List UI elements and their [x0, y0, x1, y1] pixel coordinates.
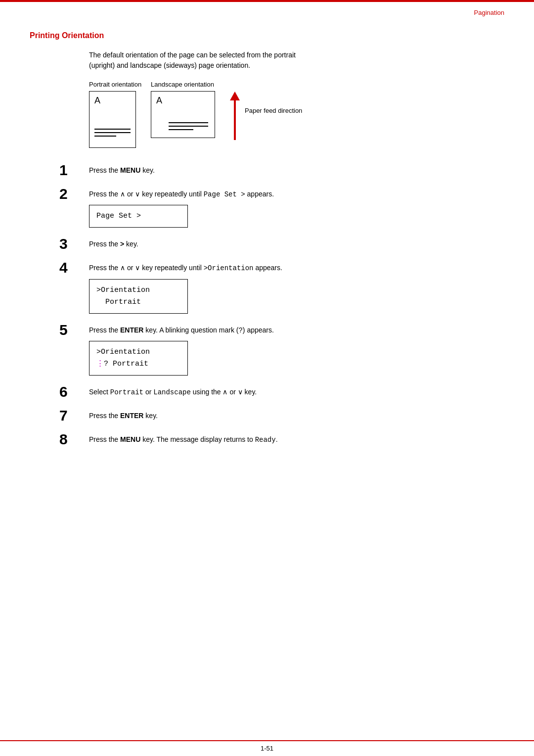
portrait-diagram-group: Portrait orientation A	[89, 81, 151, 148]
step-6-code1: Portrait	[110, 388, 143, 396]
intro-line1: The default orientation of the page can …	[89, 51, 296, 59]
step-4: 4 Press the ∧ or ∨ key repeatedly until …	[59, 260, 504, 313]
main-content: Printing Orientation The default orienta…	[0, 16, 534, 485]
step-3-bold: >	[120, 240, 124, 248]
portrait-line-3	[94, 136, 116, 137]
intro-text: The default orientation of the page can …	[89, 50, 504, 71]
step-5-code: ?	[238, 327, 242, 334]
header-pagination: Pagination	[474, 9, 504, 16]
step-2-code: Page Set >	[204, 190, 245, 198]
header: Pagination	[0, 0, 534, 16]
landscape-lines	[169, 122, 208, 130]
step-number-4: 4	[59, 260, 89, 275]
step-6-text: Select Portrait or Landscape using the ∧…	[89, 386, 504, 398]
landscape-line-2	[169, 126, 208, 127]
step-4-codebox: >Orientation Portrait	[89, 279, 188, 314]
step-7-bold: ENTER	[120, 412, 143, 420]
step-number-1: 1	[59, 163, 89, 178]
step-number-8: 8	[59, 432, 89, 447]
step-content-8: Press the MENU key. The message display …	[89, 432, 504, 445]
portrait-label: Portrait orientation	[89, 81, 141, 88]
step-3: 3 Press the > key.	[59, 236, 504, 251]
footer: 1-51	[0, 745, 534, 752]
landscape-diagram-group: Landscape orientation A	[151, 81, 230, 138]
step-number-3: 3	[59, 236, 89, 251]
landscape-letter: A	[156, 95, 162, 106]
landscape-line-1	[169, 122, 208, 123]
step-7-text: Press the ENTER key.	[89, 410, 504, 421]
step-8: 8 Press the MENU key. The message displa…	[59, 432, 504, 447]
step-content-6: Select Portrait or Landscape using the ∧…	[89, 384, 504, 398]
step-number-7: 7	[59, 408, 89, 423]
step-2: 2 Press the ∧ or ∨ key repeatedly until …	[59, 187, 504, 228]
bottom-red-line	[0, 740, 534, 741]
arrow-shaft	[234, 100, 236, 140]
step-content-4: Press the ∧ or ∨ key repeatedly until >O…	[89, 260, 504, 313]
page-number: 1-51	[261, 745, 273, 752]
portrait-lines	[94, 129, 131, 137]
step-6: 6 Select Portrait or Landscape using the…	[59, 384, 504, 399]
top-red-line	[0, 0, 534, 2]
step-5-bold: ENTER	[120, 326, 143, 334]
step-content-3: Press the > key.	[89, 236, 504, 249]
step-1-text: Press the MENU key.	[89, 165, 504, 176]
step-4-text: Press the ∧ or ∨ key repeatedly until >O…	[89, 262, 504, 274]
arrow-group: Paper feed direction	[230, 92, 240, 140]
steps-container: 1 Press the MENU key. 2 Press the ∧ or ∨…	[59, 163, 504, 447]
portrait-box: A	[89, 91, 136, 148]
portrait-line-2	[94, 132, 131, 133]
intro-line2: (upright) and landscape (sideways) page …	[89, 61, 250, 69]
step-2-text: Press the ∧ or ∨ key repeatedly until Pa…	[89, 189, 504, 200]
step-content-5: Press the ENTER key. A blinking question…	[89, 323, 504, 376]
step-1: 1 Press the MENU key.	[59, 163, 504, 178]
portrait-line-1	[94, 129, 131, 130]
step-content-7: Press the ENTER key.	[89, 408, 504, 421]
step-content-2: Press the ∧ or ∨ key repeatedly until Pa…	[89, 187, 504, 228]
step-number-6: 6	[59, 384, 89, 399]
step-7: 7 Press the ENTER key.	[59, 408, 504, 423]
step-number-5: 5	[59, 323, 89, 337]
step-8-text: Press the MENU key. The message display …	[89, 434, 504, 445]
step-5: 5 Press the ENTER key. A blinking questi…	[59, 323, 504, 376]
section-title: Printing Orientation	[30, 31, 504, 40]
step-number-2: 2	[59, 187, 89, 201]
step-3-text: Press the > key.	[89, 238, 504, 249]
step-6-code2: Landscape	[153, 388, 191, 396]
step-content-1: Press the MENU key.	[89, 163, 504, 176]
diagrams-container: Portrait orientation A Landscape orienta…	[89, 81, 504, 148]
landscape-line-3	[169, 129, 193, 130]
landscape-label: Landscape orientation	[151, 81, 214, 88]
step-5-codebox: >Orientation⋮? Portrait	[89, 341, 188, 376]
step-5-text: Press the ENTER key. A blinking question…	[89, 325, 504, 336]
paper-feed-label: Paper feed direction	[245, 106, 304, 115]
step-4-code: >Orientation	[204, 264, 254, 272]
landscape-box: A	[151, 91, 215, 138]
arrow-up-icon	[230, 92, 240, 100]
step-8-bold: MENU	[120, 435, 140, 443]
portrait-letter: A	[94, 95, 100, 106]
step-2-codebox: Page Set >	[89, 205, 188, 228]
step-1-bold: MENU	[120, 166, 140, 174]
step-8-code: Ready	[255, 436, 276, 444]
